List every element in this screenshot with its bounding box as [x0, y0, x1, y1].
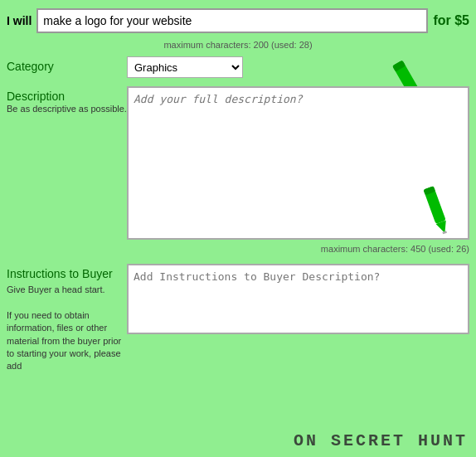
- title-max-chars-notice: maximum characters: 200 (used: 28): [0, 38, 476, 56]
- instructions-label: Instructions to Buyer: [7, 267, 127, 280]
- gig-title-input[interactable]: [36, 8, 428, 33]
- description-field-col: maximum characters: 450 (used: 26): [127, 86, 469, 255]
- description-sublabel: Be as descriptive as possible.: [7, 103, 127, 115]
- category-label-col: Category: [7, 56, 127, 73]
- description-label-col: Description Be as descriptive as possibl…: [7, 86, 127, 115]
- i-will-label: I will: [7, 14, 32, 27]
- header-bar: I will for $5: [0, 0, 476, 38]
- category-label: Category: [7, 60, 54, 73]
- description-label: Description: [7, 90, 127, 103]
- instructions-textarea[interactable]: [127, 264, 469, 334]
- instructions-row: Instructions to Buyer Give Buyer a head …: [7, 264, 469, 373]
- category-row: Category Graphics Writing Video Music Pr…: [7, 56, 469, 78]
- category-select[interactable]: Graphics Writing Video Music Programming: [127, 56, 243, 78]
- for-price-label: for $5: [433, 13, 469, 28]
- instructions-sublabel: Give Buyer a head start. If you need to …: [7, 284, 127, 373]
- category-field-col: Graphics Writing Video Music Programming: [127, 56, 469, 78]
- main-content: Category Graphics Writing Video Music Pr…: [0, 56, 476, 382]
- description-row: Description Be as descriptive as possibl…: [7, 86, 469, 255]
- description-max-chars: maximum characters: 450 (used: 26): [127, 242, 469, 255]
- instructions-field-col: [127, 264, 469, 337]
- instructions-label-col: Instructions to Buyer Give Buyer a head …: [7, 264, 127, 373]
- watermark: ON SECRET HUNT: [294, 431, 468, 450]
- description-textarea[interactable]: [127, 86, 469, 240]
